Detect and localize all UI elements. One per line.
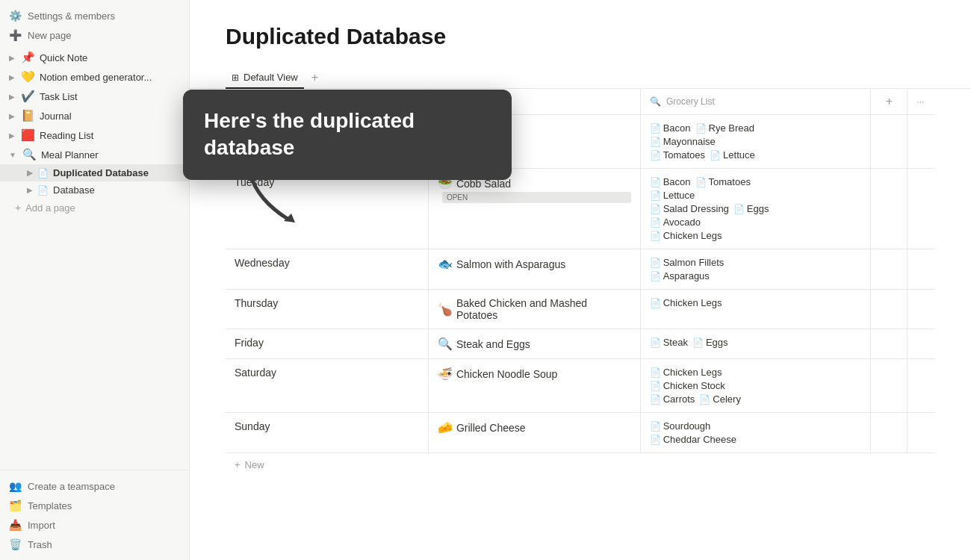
grocery-name: Avocado	[663, 217, 701, 228]
grocery-name: Eggs	[747, 203, 769, 214]
table-row[interactable]: Wednesday🐟Salmon with Asparagus📄Salmon F…	[226, 249, 935, 290]
add-cell	[871, 290, 908, 329]
meals-cell: 🔍Steak and Eggs	[428, 329, 640, 359]
grocery-item: 📄Eggs	[692, 337, 728, 348]
grocery-row: 📄Lettuce	[650, 190, 861, 201]
tooltip-overlay: Here's the duplicated database	[183, 90, 512, 180]
meals-cell: 🍗Baked Chicken and Mashed Potatoes	[428, 290, 640, 329]
meal-emoji: 🍗	[438, 302, 453, 317]
chevron-icon: ▶	[9, 112, 15, 120]
grocery-item: 📄Steak	[650, 337, 688, 348]
meals-cell: 🥗Cobb SaladOPEN	[428, 169, 640, 249]
task-list-icon: ✔️	[21, 90, 35, 103]
sidebar-item-quick-note[interactable]: ▶ 📌 Quick Note	[0, 48, 189, 67]
table-row[interactable]: Tuesday🥗Cobb SaladOPEN📄Bacon📄Tomatoes📄Le…	[226, 169, 935, 249]
doc-icon: 📄	[695, 177, 707, 187]
more-cell	[908, 169, 935, 249]
add-cell	[871, 169, 908, 249]
create-teamspace-label: Create a teamspace	[28, 481, 115, 492]
meal-planner-label: Meal Planner	[41, 149, 99, 161]
grocery-name: Sourdough	[663, 420, 711, 432]
doc-icon: 📄	[650, 217, 661, 228]
doc-icon: 📄	[650, 190, 661, 201]
grocery-row: 📄Chicken Legs	[650, 367, 861, 378]
new-row-button[interactable]: + New	[226, 453, 935, 476]
sidebar-sub-database[interactable]: ▶ 📄 Database	[0, 181, 189, 199]
meal-item: 🐟Salmon with Asparagus	[438, 257, 631, 271]
grocery-row: 📄Steak📄Eggs	[650, 337, 861, 348]
table-row[interactable]: Thursday🍗Baked Chicken and Mashed Potato…	[226, 290, 935, 329]
sidebar-item-task-list[interactable]: ▶ ✔️ Task List	[0, 87, 189, 106]
grocery-row: 📄Bacon📄Rye Bread	[650, 122, 861, 134]
day-name: Saturday	[235, 367, 276, 379]
grocery-name: Salad Dressing	[663, 203, 729, 214]
grocery-name: Lettuce	[663, 190, 695, 201]
grocery-row: 📄Cheddar Cheese	[650, 434, 861, 445]
new-row-label: New	[245, 459, 264, 470]
table-row[interactable]: Saturday🍜Chicken Noodle Soup📄Chicken Leg…	[226, 359, 935, 413]
grocery-name: Steak	[663, 337, 688, 348]
open-badge: OPEN	[442, 192, 631, 203]
doc-icon: 📄	[650, 137, 661, 147]
new-page-label: New page	[28, 30, 72, 41]
meal-emoji: 🍜	[438, 367, 453, 381]
import-label: Import	[28, 520, 55, 531]
sidebar-trash[interactable]: 🗑️ Trash	[0, 535, 189, 554]
grocery-name: Salmon Fillets	[663, 257, 725, 268]
table-row[interactable]: Sunday🧀Grilled Cheese📄Sourdough📄Cheddar …	[226, 413, 935, 453]
tooltip-arrow	[243, 170, 303, 225]
col-header-add[interactable]: +	[871, 89, 908, 115]
doc-icon: 📄	[650, 367, 661, 378]
settings-icon: ⚙️	[9, 10, 22, 22]
grocery-name: Tomatoes	[663, 149, 705, 161]
add-icon: +	[15, 202, 21, 214]
sub-chevron-icon: ▶	[27, 169, 33, 177]
grocery-row: 📄Chicken Legs	[650, 230, 861, 241]
doc-icon: 📄	[650, 381, 661, 391]
meal-name: Chicken Noodle Soup	[456, 368, 557, 380]
more-cell	[908, 290, 935, 329]
meals-cell: 🧀Grilled Cheese	[428, 413, 640, 453]
grocery-item: 📄Chicken Legs	[650, 230, 722, 241]
trash-label: Trash	[28, 539, 52, 550]
sidebar-add-page[interactable]: + Add a page	[0, 199, 189, 217]
meal-item: 🍗Baked Chicken and Mashed Potatoes	[438, 297, 631, 321]
grocery-name: Chicken Stock	[663, 380, 725, 391]
grocery-name: Mayonnaise	[663, 136, 716, 147]
database-label: Database	[53, 184, 95, 196]
sidebar-create-teamspace[interactable]: 👥 Create a teamspace	[0, 476, 189, 496]
col-header-more[interactable]: ···	[908, 89, 935, 115]
grocery-item: 📄Salmon Fillets	[650, 257, 725, 268]
sidebar-templates[interactable]: 🗂️ Templates	[0, 496, 189, 515]
page-title: Duplicated Database	[226, 24, 935, 49]
sidebar-item-notion-embed[interactable]: ▶ 💛 Notion embed generator...	[0, 67, 189, 87]
tab-default-view[interactable]: ⊞ Default View	[226, 67, 304, 89]
sidebar-item-reading-list[interactable]: ▶ 🟥 Reading List	[0, 125, 189, 145]
tab-add-button[interactable]: +	[307, 68, 323, 89]
sidebar-item-meal-planner[interactable]: ▼ 🔍 Meal Planner	[0, 145, 189, 164]
add-cell	[871, 413, 908, 453]
sidebar-sub-duplicated-database[interactable]: ▶ 📄 Duplicated Database	[0, 164, 189, 181]
grocery-name: Celery	[713, 393, 741, 405]
grocery-row: 📄Salmon Fillets	[650, 257, 861, 268]
more-cell	[908, 329, 935, 359]
doc-icon: 📄	[710, 150, 721, 161]
sidebar-new-page[interactable]: ➕ New page	[0, 25, 189, 45]
col-header-grocery: 🔍 Grocery List	[640, 89, 870, 115]
sidebar-import[interactable]: 📥 Import	[0, 515, 189, 535]
grocery-item: 📄Eggs	[733, 203, 769, 214]
grocery-cell: 📄Bacon📄Tomatoes📄Lettuce📄Salad Dressing📄E…	[640, 169, 870, 249]
meal-planner-icon: 🔍	[22, 148, 37, 161]
table-row[interactable]: Friday🔍Steak and Eggs📄Steak📄Eggs	[226, 329, 935, 359]
grocery-item: 📄Lettuce	[710, 149, 755, 161]
reading-list-icon: 🟥	[21, 128, 35, 142]
sidebar-settings[interactable]: ⚙️ Settings & members	[0, 6, 189, 25]
sidebar-item-journal[interactable]: ▶ 📔 Journal	[0, 106, 189, 125]
tab-bar: ⊞ Default View +	[190, 67, 971, 89]
tab-label: Default View	[243, 72, 298, 83]
meal-name: Steak and Eggs	[456, 338, 530, 350]
grocery-item: 📄Chicken Legs	[650, 297, 722, 308]
grocery-name: Lettuce	[723, 149, 755, 161]
chevron-icon: ▶	[9, 54, 15, 62]
grocery-row: 📄Sourdough	[650, 420, 861, 432]
